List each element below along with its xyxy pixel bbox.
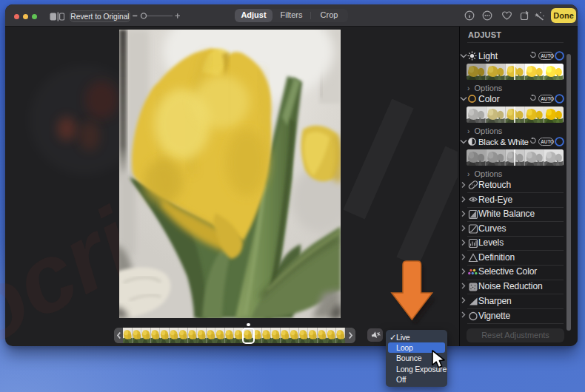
svg-text:Black & White: Black & White (478, 138, 529, 146)
svg-text:AUTO: AUTO (541, 96, 554, 101)
svg-text:AUTO: AUTO (541, 139, 554, 144)
svg-text:Light: Light (478, 51, 498, 61)
svg-text:AUTO: AUTO (541, 53, 554, 58)
svg-text:Color: Color (478, 94, 500, 104)
